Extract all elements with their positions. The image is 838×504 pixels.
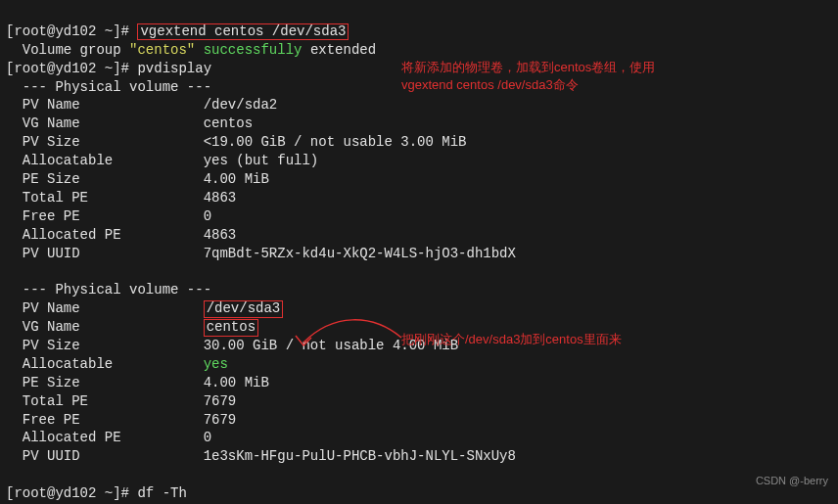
pv-row: Allocated PE 4863 bbox=[6, 227, 236, 243]
pv-row: PV Name /dev/sda3 bbox=[6, 300, 283, 316]
prompt: [root@yd102 ~]# bbox=[6, 61, 137, 76]
pv-row: PV Size <19.00 GiB / not usable 3.00 MiB bbox=[6, 134, 467, 150]
pv-row: PE Size 4.00 MiB bbox=[6, 375, 269, 390]
pv-row: Total PE 4863 bbox=[6, 190, 236, 206]
pv-row: Free PE 7679 bbox=[6, 412, 236, 428]
pv-row: Free PE 0 bbox=[6, 208, 211, 224]
pv-row: PV UUID 7qmBdt-5RZx-kd4u-XkQ2-W4LS-hjO3-… bbox=[6, 246, 516, 261]
pv-row: Total PE 7679 bbox=[6, 393, 236, 409]
pv-row: PV Name /dev/sda2 bbox=[6, 97, 277, 113]
pvname-sda3-box: /dev/sda3 bbox=[204, 300, 284, 317]
pv-row: VG Name centos bbox=[6, 319, 258, 335]
output-line: Volume group "centos" successfully exten… bbox=[6, 42, 376, 58]
pv-row: PV UUID 1e3sKm-HFgu-PulU-PHCB-vbhJ-NLYL-… bbox=[6, 448, 516, 464]
prompt: [root@yd102 ~]# bbox=[6, 485, 137, 501]
watermark: CSDN @-berry bbox=[756, 475, 828, 486]
cmd-vgextend-box: vgextend centos /dev/sda3 bbox=[137, 23, 349, 40]
pv-header: --- Physical volume --- bbox=[6, 79, 211, 95]
pv-row: Allocatable yes bbox=[6, 356, 228, 372]
prompt: [root@yd102 ~]# bbox=[6, 23, 137, 39]
annotation-2: 把刚刚这个/dev/sda3加到centos里面来 bbox=[401, 331, 744, 348]
pv-row: Allocatable yes (but full) bbox=[6, 153, 318, 168]
cmd-df: df -Th bbox=[137, 485, 186, 501]
pv-row: PV Size 30.00 GiB / not usable 4.00 MiB bbox=[6, 338, 458, 353]
pv-header: --- Physical volume --- bbox=[6, 282, 211, 298]
pv-row: VG Name centos bbox=[6, 115, 253, 131]
annotation-1: 将新添加的物理卷，加载到centos卷组，使用 vgextend centos … bbox=[401, 59, 744, 94]
pv-row: PE Size 4.00 MiB bbox=[6, 171, 269, 187]
cmd-pvdisplay: pvdisplay bbox=[137, 61, 211, 76]
pv-row: Allocated PE 0 bbox=[6, 430, 211, 445]
vgname-centos-box: centos bbox=[204, 319, 258, 336]
